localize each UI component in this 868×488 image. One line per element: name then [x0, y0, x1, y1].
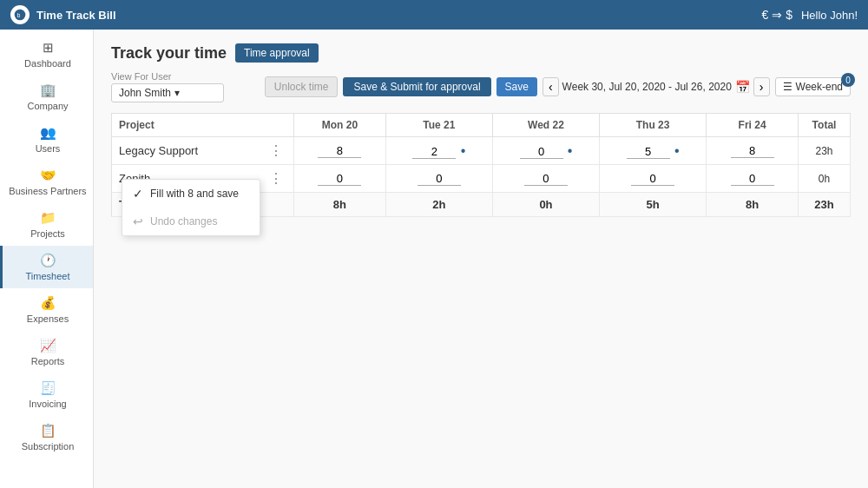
sidebar-label-company: Company	[27, 101, 68, 111]
total-cell-grand: 23h	[799, 193, 851, 217]
user-select-value: John Smith	[119, 87, 171, 99]
context-menu-fill-8[interactable]: ✓ Fill with 8 and save	[122, 180, 260, 208]
time-input-tue-row1[interactable]	[418, 172, 461, 186]
timesheet-icon: 🕐	[40, 253, 56, 268]
currency-icons: € ⇒ $	[762, 8, 792, 22]
app-logo: b	[10, 5, 30, 24]
row-kebab-menu-button[interactable]: ⋮	[266, 142, 286, 159]
time-cell-tue-row1	[385, 165, 492, 193]
time-cell-thu-row0: •	[600, 137, 707, 165]
checkmark-icon: ✓	[133, 187, 143, 201]
sidebar-item-dashboard[interactable]: ⊞ Dashboard	[0, 33, 93, 76]
reports-icon: 📈	[40, 338, 56, 353]
projects-icon: 📁	[40, 210, 56, 226]
time-cell-mon-row1	[294, 165, 386, 193]
time-cell-tue-row0: •	[385, 137, 492, 165]
time-input-thu-row0[interactable]	[627, 145, 670, 159]
row-kebab-menu-button-zenith[interactable]: ⋮	[266, 170, 286, 187]
svg-text:b: b	[17, 12, 21, 18]
dot-indicator-wed-row0: •	[568, 143, 573, 158]
submit-approval-button[interactable]: Save & Submit for approval	[343, 77, 490, 96]
time-input-fri-row0[interactable]	[731, 144, 774, 158]
col-header-fri: Fri 24	[707, 114, 799, 137]
col-header-thu: Thu 23	[600, 114, 707, 137]
table-header-row: Project Mon 20 Tue 21 Wed 22 Thu 23 Fri …	[112, 114, 851, 137]
sidebar-label-subscription: Subscription	[22, 441, 75, 452]
prev-week-button[interactable]: ‹	[542, 77, 559, 96]
users-icon: 👥	[40, 125, 56, 141]
time-cell-wed-row1	[492, 165, 599, 193]
controls-right: Unlock time Save & Submit for approval S…	[265, 76, 851, 97]
context-menu-undo-label: Undo changes	[150, 215, 217, 228]
col-header-tue: Tue 21	[385, 114, 492, 137]
sidebar-label-timesheet: Timesheet	[26, 271, 70, 281]
time-input-fri-row1[interactable]	[731, 172, 774, 186]
weekend-button-label: Week-end	[796, 81, 843, 93]
subscription-icon: 📋	[40, 423, 56, 439]
total-cell-wed: 0h	[492, 193, 599, 217]
unlock-time-button[interactable]: Unlock time	[265, 76, 339, 97]
sidebar-label-expenses: Expenses	[27, 313, 69, 324]
sidebar-item-expenses[interactable]: 💰 Expenses	[0, 288, 93, 331]
calendar-icon[interactable]: 📅	[735, 80, 750, 94]
sidebar-label-reports: Reports	[31, 356, 65, 366]
view-for-user-label: View For User	[111, 71, 224, 82]
sidebar-item-company[interactable]: 🏢 Company	[0, 76, 93, 118]
sidebar-item-reports[interactable]: 📈 Reports	[0, 331, 93, 373]
next-week-button[interactable]: ›	[753, 77, 770, 96]
dot-indicator-tue-row0: •	[461, 143, 466, 158]
sidebar-item-invoicing[interactable]: 🧾 Invoicing	[0, 373, 93, 416]
time-input-wed-row0[interactable]	[520, 145, 563, 159]
invoicing-icon: 🧾	[40, 380, 56, 396]
context-menu-fill-label: Fill with 8 and save	[150, 188, 239, 200]
app-title: Time Track Bill	[36, 9, 116, 22]
sidebar-label-business-partners: Business Partners	[9, 186, 86, 196]
user-select[interactable]: John Smith ▾	[111, 83, 224, 102]
time-input-mon-row0[interactable]	[318, 144, 361, 158]
sidebar-label-users: Users	[36, 143, 61, 154]
time-cell-wed-row0: •	[492, 137, 599, 165]
col-header-wed: Wed 22	[492, 114, 599, 137]
total-cell-row1: 0h	[799, 165, 851, 193]
app-layout: ⊞ Dashboard 🏢 Company 👥 Users 🤝 Business…	[0, 30, 868, 488]
controls-row: View For User John Smith ▾ Unlock time S…	[111, 71, 851, 102]
sidebar-item-timesheet[interactable]: 🕐 Timesheet	[0, 246, 93, 288]
sidebar-label-projects: Projects	[30, 228, 65, 239]
dot-indicator-thu-row0: •	[674, 143, 680, 158]
main-content: Track your time Time approval View For U…	[94, 30, 868, 488]
context-menu: ✓ Fill with 8 and save ↩ Undo changes	[122, 179, 260, 236]
topnav: b Time Track Bill € ⇒ $ Hello John!	[0, 0, 868, 30]
table-row: Legacy Support ⋮ • •	[112, 137, 851, 165]
time-approval-button[interactable]: Time approval	[235, 43, 319, 63]
total-cell-thu: 5h	[600, 193, 707, 217]
time-input-wed-row1[interactable]	[524, 172, 568, 186]
sidebar-item-business-partners[interactable]: 🤝 Business Partners	[0, 161, 93, 203]
topnav-left: b Time Track Bill	[10, 5, 116, 24]
row-actions: Legacy Support ⋮	[119, 142, 286, 159]
col-header-project: Project	[112, 114, 294, 137]
business-partners-icon: 🤝	[40, 168, 56, 183]
project-name-cell: Legacy Support ⋮	[112, 137, 294, 165]
total-cell-mon: 8h	[294, 193, 386, 217]
user-greeting: Hello John!	[801, 9, 858, 22]
sidebar: ⊞ Dashboard 🏢 Company 👥 Users 🤝 Business…	[0, 30, 94, 488]
weekend-badge: 0	[841, 73, 855, 87]
sidebar-item-users[interactable]: 👥 Users	[0, 118, 93, 161]
sidebar-item-projects[interactable]: 📁 Projects	[0, 203, 93, 246]
page-title: Track your time	[111, 44, 227, 63]
expenses-icon: 💰	[40, 295, 56, 311]
weekend-button[interactable]: ☰ Week-end 0	[775, 77, 851, 96]
time-input-tue-row0[interactable]	[412, 145, 456, 159]
topnav-right: € ⇒ $ Hello John!	[762, 8, 858, 22]
user-selector-group: View For User John Smith ▾	[111, 71, 224, 102]
time-input-mon-row1[interactable]	[318, 172, 361, 186]
page-header: Track your time Time approval	[111, 43, 851, 63]
time-cell-fri-row1	[707, 165, 799, 193]
sidebar-item-subscription[interactable]: 📋 Subscription	[0, 416, 93, 458]
weekend-toggle-icon: ☰	[783, 81, 792, 93]
save-button[interactable]: Save	[496, 77, 537, 96]
company-icon: 🏢	[40, 82, 56, 98]
time-input-thu-row1[interactable]	[631, 172, 674, 186]
project-name-label: Legacy Support	[119, 144, 198, 157]
col-header-mon: Mon 20	[294, 114, 386, 137]
